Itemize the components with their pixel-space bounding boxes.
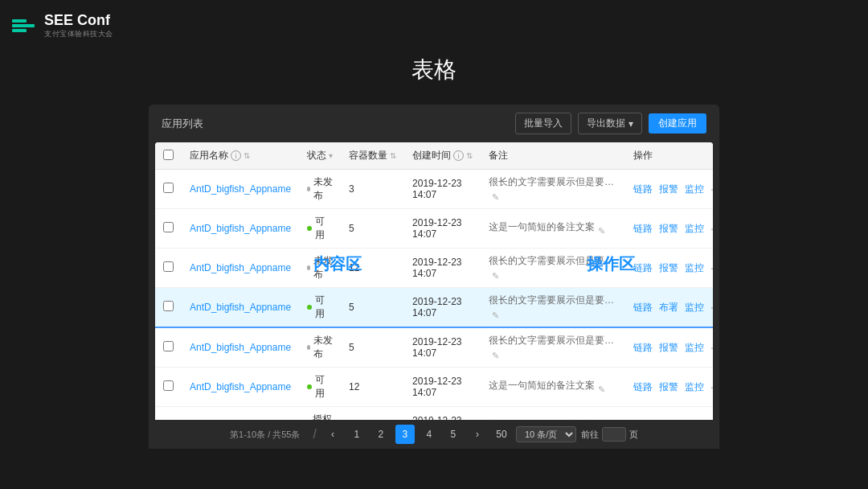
next-page-button[interactable]: › — [468, 425, 487, 444]
action-报警-link[interactable]: 报警 — [659, 183, 678, 196]
page-unit-label: 页 — [629, 429, 638, 441]
svg-rect-2 — [12, 24, 35, 27]
row-app-name: AntD_bigfish_Appname — [182, 368, 299, 407]
row-checkbox[interactable] — [163, 301, 174, 311]
status-dot — [307, 226, 312, 231]
action-链路-link[interactable]: 链路 — [633, 341, 653, 355]
page-50-button[interactable]: 50 — [492, 425, 511, 444]
row-created-time: 2019-12-23 14:07 — [404, 209, 481, 249]
goto-input[interactable] — [602, 427, 626, 442]
note-edit-icon[interactable]: ✎ — [598, 384, 605, 394]
note-text: 很长的文字需要展示但是要留下...尾巴 — [489, 294, 617, 307]
action-监控-link[interactable]: 监控 — [685, 341, 704, 355]
page-3-button[interactable]: 3 — [395, 425, 415, 444]
status-dot — [307, 305, 312, 310]
status-filter-icon[interactable]: ▾ — [329, 151, 333, 160]
note-edit-icon[interactable]: ✎ — [492, 351, 499, 360]
app-name-link[interactable]: AntD_bigfish_Appname — [190, 302, 291, 313]
prev-page-button[interactable]: ‹ — [323, 425, 342, 444]
chevron-down-icon: ▾ — [628, 118, 633, 129]
action-监控-link[interactable]: 监控 — [685, 261, 704, 275]
app-name-link[interactable]: AntD_bigfish_Appname — [190, 381, 291, 392]
page-4-button[interactable]: 4 — [420, 425, 439, 444]
note-edit-icon[interactable]: ✎ — [492, 310, 499, 320]
batch-import-button[interactable]: 批量导入 — [515, 113, 571, 134]
row-actions: 链路报警监控··· — [625, 368, 713, 407]
action-more-icon[interactable]: ··· — [710, 183, 713, 195]
app-name-link[interactable]: AntD_bigfish_Appname — [190, 262, 291, 273]
row-created-time: 2019-12-23 14:07 — [404, 368, 481, 407]
header-action: 操作 — [625, 142, 713, 170]
row-status: 可用 — [299, 368, 341, 407]
create-app-button[interactable]: 创建应用 — [649, 113, 706, 134]
name-sort-icon[interactable]: ⇅ — [244, 151, 250, 160]
page-1-button[interactable]: 1 — [347, 425, 366, 444]
header-created-time: 创建时间 i ⇅ — [404, 142, 481, 170]
note-edit-icon[interactable]: ✎ — [492, 271, 499, 281]
row-app-name: AntD_bigfish_Appname — [182, 209, 299, 249]
action-more-icon[interactable]: ··· — [710, 301, 713, 314]
app-name-link[interactable]: AntD_bigfish_Appname — [190, 223, 291, 234]
action-链路-link[interactable]: 链路 — [633, 183, 653, 196]
action-more-icon[interactable]: ··· — [710, 380, 713, 393]
action-监控-link[interactable]: 监控 — [685, 301, 704, 314]
action-more-icon[interactable]: ··· — [710, 261, 713, 274]
row-checkbox[interactable] — [163, 222, 174, 232]
action-more-icon[interactable]: ··· — [710, 341, 713, 354]
app-name-link[interactable]: AntD_bigfish_Appname — [190, 183, 291, 195]
row-note: 很长的文字需要展示但是要留下...尾巴✎ — [481, 327, 625, 368]
action-报警-link[interactable]: 报警 — [659, 380, 678, 394]
action-监控-link[interactable]: 监控 — [685, 183, 704, 196]
select-all-checkbox[interactable] — [163, 150, 174, 160]
row-created-time: 2019-12-23 14:07 — [404, 249, 481, 288]
action-报警-link[interactable]: 报警 — [659, 341, 678, 355]
header-note: 备注 — [481, 142, 625, 170]
table-row: AntD_bigfish_Appname可用52019-12-23 14:07很… — [155, 288, 713, 328]
note-text: 很长的文字需要展示但是要留下...尾巴 — [489, 254, 617, 268]
container-sort-icon[interactable]: ⇅ — [390, 151, 396, 160]
time-sort-icon[interactable]: ⇅ — [466, 151, 473, 160]
export-data-button[interactable]: 导出数据 ▾ — [578, 113, 642, 134]
note-edit-icon[interactable]: ✎ — [598, 226, 605, 236]
row-checkbox[interactable] — [163, 183, 174, 193]
status-dot — [307, 345, 310, 350]
data-table: 应用名称 i ⇅ 状态 ▾ 容器数量 ⇅ — [155, 142, 713, 449]
note-text: 很长的文字需要展示但是要留下...尾巴 — [489, 175, 617, 189]
status-text: 可用 — [315, 373, 333, 401]
status-dot — [307, 265, 310, 270]
page-size-select[interactable]: 10 条/页 20 条/页 50 条/页 — [516, 426, 576, 442]
row-checkbox-cell — [155, 368, 182, 407]
page-2-button[interactable]: 2 — [371, 425, 391, 444]
table-row: AntD_bigfish_Appname未发布32019-12-23 14:07… — [155, 170, 713, 209]
status-text: 未发布 — [313, 254, 333, 281]
action-报警-link[interactable]: 报警 — [659, 261, 678, 275]
action-链路-link[interactable]: 链路 — [633, 222, 653, 236]
action-more-icon[interactable]: ··· — [710, 222, 713, 235]
row-status: 可用 — [299, 288, 341, 328]
row-checkbox[interactable] — [163, 380, 174, 391]
row-checkbox[interactable] — [163, 341, 174, 351]
table-container: 应用名称 i ⇅ 状态 ▾ 容器数量 ⇅ — [155, 142, 713, 449]
action-链路-link[interactable]: 链路 — [633, 261, 653, 275]
row-checkbox-cell — [155, 327, 182, 368]
logo-title: SEE Conf — [44, 12, 113, 30]
action-链路-link[interactable]: 链路 — [633, 380, 653, 394]
header-checkbox-cell — [155, 142, 182, 170]
app-name-link[interactable]: AntD_bigfish_Appname — [190, 342, 291, 353]
note-text: 这是一句简短的备注文案 — [489, 379, 595, 392]
row-app-name: AntD_bigfish_Appname — [182, 288, 299, 328]
row-note: 很长的文字需要展示但是要留下...尾巴✎ — [481, 170, 625, 209]
action-报警-link[interactable]: 报警 — [659, 222, 678, 236]
page-5-button[interactable]: 5 — [444, 425, 463, 444]
note-text: 这是一句简短的备注文案 — [489, 220, 595, 234]
status-text: 未发布 — [313, 334, 333, 361]
action-监控-link[interactable]: 监控 — [685, 380, 704, 394]
export-data-label: 导出数据 — [587, 117, 625, 130]
note-edit-icon[interactable]: ✎ — [492, 192, 499, 202]
action-监控-link[interactable]: 监控 — [685, 222, 704, 236]
row-checkbox[interactable] — [163, 261, 174, 272]
row-created-time: 2019-12-23 14:07 — [404, 288, 481, 328]
action-链路-link[interactable]: 链路 — [633, 301, 653, 314]
action-布署-link[interactable]: 布署 — [659, 301, 678, 314]
row-container-count: 5 — [341, 327, 404, 368]
